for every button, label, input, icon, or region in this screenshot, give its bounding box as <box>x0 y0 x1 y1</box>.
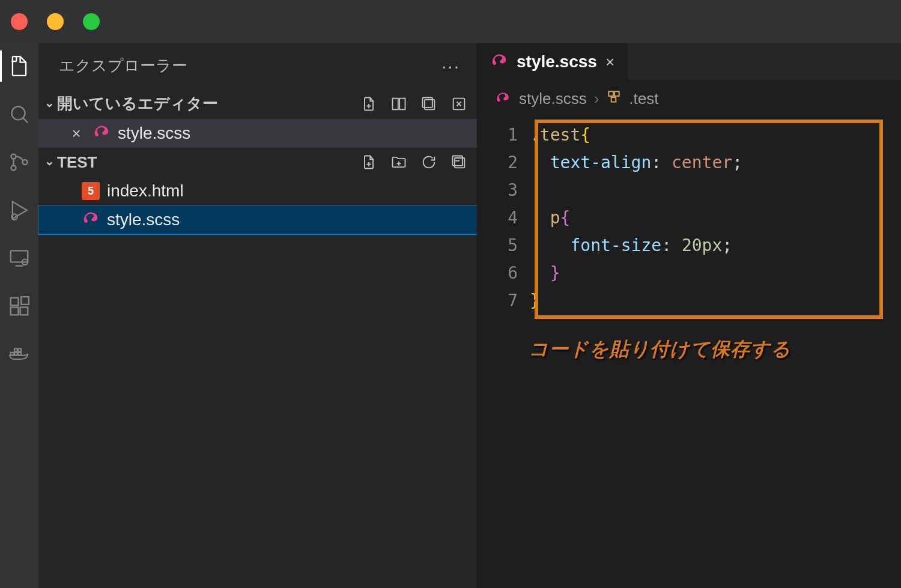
activity-bar <box>0 43 38 588</box>
html5-icon: 5 <box>82 182 100 200</box>
svg-point-0 <box>11 106 25 120</box>
traffic-lights <box>8 13 100 30</box>
chevron-down-icon: ⌄ <box>44 154 55 168</box>
svg-point-3 <box>23 160 28 165</box>
sass-icon <box>82 211 100 229</box>
refresh-icon[interactable] <box>419 153 438 172</box>
line-number: 4 <box>477 208 530 228</box>
remote-activity-icon[interactable] <box>7 246 31 270</box>
svg-rect-17 <box>399 98 405 109</box>
sass-icon <box>490 53 508 71</box>
svg-point-1 <box>11 154 16 159</box>
line-number: 6 <box>477 263 530 283</box>
code-line[interactable]: 6 } <box>477 259 901 286</box>
line-number: 7 <box>477 291 530 311</box>
file-tree-filename: index.html <box>107 181 184 201</box>
svg-rect-24 <box>614 91 619 96</box>
docker-activity-icon[interactable] <box>7 342 31 366</box>
editor-tab[interactable]: style.scss × <box>477 43 628 80</box>
code-content[interactable]: text-align: center; <box>530 153 742 172</box>
svg-rect-19 <box>423 97 432 107</box>
sass-icon <box>494 90 512 108</box>
svg-rect-14 <box>14 349 17 352</box>
collapse-all-icon[interactable] <box>449 153 469 172</box>
save-all-icon[interactable] <box>419 94 438 114</box>
svg-rect-10 <box>21 297 29 305</box>
code-content[interactable]: font-size: 20px; <box>530 235 732 255</box>
editor-tab-label: style.scss <box>517 52 597 71</box>
open-editor-filename: style.scss <box>118 124 190 143</box>
code-line[interactable]: 5 font-size: 20px; <box>477 231 901 259</box>
close-all-icon[interactable] <box>449 94 469 114</box>
code-editor[interactable]: 1.test{2 text-align: center;3 4 p{5 font… <box>477 117 901 314</box>
code-content[interactable]: } <box>530 263 560 283</box>
breadcrumbs[interactable]: style.scss › .test <box>477 80 901 117</box>
explorer-sidebar: エクスプローラー ··· ⌄ 開いているエディター × style.scss <box>38 43 477 588</box>
close-tab-icon[interactable]: × <box>605 53 614 71</box>
explorer-header: エクスプローラー ··· <box>38 43 477 88</box>
code-content[interactable] <box>530 180 550 200</box>
close-icon[interactable]: × <box>67 124 85 143</box>
svg-rect-18 <box>425 100 434 109</box>
breadcrumb-symbol[interactable]: .test <box>629 89 658 108</box>
chevron-down-icon: ⌄ <box>44 95 55 110</box>
svg-rect-9 <box>20 308 28 315</box>
toggle-layout-icon[interactable] <box>389 94 408 114</box>
workspace-header[interactable]: ⌄ TEST <box>38 148 477 177</box>
svg-rect-8 <box>11 308 19 315</box>
open-editors-actions <box>359 94 469 114</box>
window-titlebar <box>0 0 901 43</box>
new-file-icon[interactable] <box>359 94 378 114</box>
svg-rect-15 <box>18 349 21 352</box>
code-line[interactable]: 7} <box>477 286 901 314</box>
svg-rect-7 <box>11 298 19 306</box>
svg-rect-21 <box>455 158 464 168</box>
explorer-more-icon[interactable]: ··· <box>441 56 460 76</box>
symbol-icon <box>606 89 622 109</box>
maximize-window-button[interactable] <box>83 13 100 30</box>
new-folder-icon[interactable] <box>389 153 408 172</box>
line-number: 1 <box>477 125 530 145</box>
workspace-actions <box>359 153 469 172</box>
code-content[interactable]: .test{ <box>530 125 590 145</box>
code-line[interactable]: 2 text-align: center; <box>477 148 901 176</box>
file-tree-item-html[interactable]: 5 index.html <box>38 177 477 205</box>
code-content[interactable]: } <box>530 291 540 311</box>
open-editors-header[interactable]: ⌄ 開いているエディター <box>38 88 477 119</box>
source-control-activity-icon[interactable] <box>7 150 31 174</box>
extensions-activity-icon[interactable] <box>7 294 31 318</box>
code-line[interactable]: 4 p{ <box>477 204 901 231</box>
search-activity-icon[interactable] <box>7 102 31 126</box>
minimize-window-button[interactable] <box>47 13 64 30</box>
breadcrumb-file[interactable]: style.scss <box>519 89 587 108</box>
file-tree-filename: style.scss <box>107 210 180 229</box>
svg-rect-5 <box>11 250 28 262</box>
code-line[interactable]: 3 <box>477 176 901 204</box>
explorer-title: エクスプローラー <box>59 55 187 76</box>
line-number: 3 <box>477 180 530 200</box>
editor-tabs: style.scss × <box>477 43 901 80</box>
explorer-activity-icon[interactable] <box>7 54 31 78</box>
open-editors-label: 開いているエディター <box>57 93 218 114</box>
editor-pane: style.scss × style.scss › .test 1.test{2… <box>477 43 901 588</box>
sass-icon <box>93 124 111 142</box>
line-number: 2 <box>477 153 530 172</box>
code-line[interactable]: 1.test{ <box>477 121 901 148</box>
svg-point-2 <box>11 166 16 171</box>
workspace-label: TEST <box>57 153 97 172</box>
open-editor-item[interactable]: × style.scss <box>38 119 477 148</box>
run-debug-activity-icon[interactable] <box>7 198 31 222</box>
file-tree-item-scss[interactable]: style.scss <box>38 205 477 234</box>
svg-rect-25 <box>611 97 616 102</box>
line-number: 5 <box>477 235 530 255</box>
close-window-button[interactable] <box>11 13 28 30</box>
svg-rect-16 <box>393 98 398 109</box>
new-file-icon[interactable] <box>359 153 378 172</box>
breadcrumb-separator-icon: › <box>594 89 599 108</box>
svg-rect-23 <box>609 91 614 96</box>
code-content[interactable]: p{ <box>530 208 570 228</box>
annotation-text: コードを貼り付けて保存する <box>529 336 791 363</box>
